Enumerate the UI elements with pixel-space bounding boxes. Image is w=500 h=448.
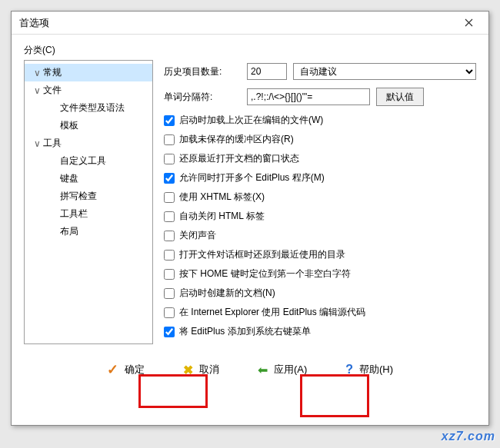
checkmark-icon: ✓ xyxy=(107,361,118,378)
checkbox-row: 启动时创建新的文档(N) xyxy=(164,287,476,300)
category-label: 分类(C) xyxy=(24,44,476,57)
option-label[interactable]: 允许同时打开多个 EditPlus 程序(M) xyxy=(179,171,325,184)
option-label[interactable]: 按下 HOME 键时定位到第一个非空白字符 xyxy=(179,267,351,280)
tree-item[interactable]: 文件类型及语法 xyxy=(25,99,152,117)
history-count-label: 历史项目数量: xyxy=(164,65,241,78)
tree-item-label: 拼写检查 xyxy=(60,190,97,203)
option-label[interactable]: 使用 XHTML 标签(X) xyxy=(179,191,265,204)
option-checkbox[interactable] xyxy=(164,173,175,184)
option-label[interactable]: 启动时创建新的文档(N) xyxy=(179,287,275,300)
checkbox-row: 关闭声音 xyxy=(164,229,476,242)
tree-item-label: 工具栏 xyxy=(60,207,88,221)
checkbox-row: 打开文件对话框时还原到最近使用的目录 xyxy=(164,248,476,261)
option-label[interactable]: 还原最近打开文档的窗口状态 xyxy=(179,152,299,165)
tree-item[interactable]: 布局 xyxy=(25,223,152,241)
tree-item-label: 文件类型及语法 xyxy=(60,101,125,114)
delimiter-label: 单词分隔符: xyxy=(164,91,241,104)
checkbox-row: 加载未保存的缓冲区内容(R) xyxy=(164,133,476,146)
delimiter-input[interactable] xyxy=(247,88,370,105)
tree-item[interactable]: ∨工具 xyxy=(25,134,152,152)
tree-item[interactable]: ∨常规 xyxy=(25,64,152,81)
checkbox-row: 自动关闭 HTML 标签 xyxy=(164,210,476,223)
help-button[interactable]: ? 帮助(H) xyxy=(336,360,402,380)
ok-label: 确定 xyxy=(125,363,145,377)
tree-item[interactable]: 键盘 xyxy=(25,170,152,187)
checkbox-row: 在 Internet Explorer 使用 EditPlus 编辑源代码 xyxy=(164,306,476,319)
option-checkbox[interactable] xyxy=(164,269,175,280)
apply-label: 应用(A) xyxy=(274,363,307,377)
tree-expander-icon: ∨ xyxy=(32,138,42,149)
tree-item-label: 键盘 xyxy=(60,172,78,185)
default-button[interactable]: 默认值 xyxy=(376,88,424,106)
titlebar: 首选项 xyxy=(12,12,488,35)
checkbox-list: 启动时加载上次正在编辑的文件(W)加载未保存的缓冲区内容(R)还原最近打开文档的… xyxy=(164,114,476,338)
tree-item[interactable]: 模板 xyxy=(25,117,152,134)
option-checkbox[interactable] xyxy=(164,192,175,203)
watermark: xz7.com xyxy=(442,430,495,443)
tree-item[interactable]: 自定义工具 xyxy=(25,152,152,170)
option-label[interactable]: 加载未保存的缓冲区内容(R) xyxy=(179,133,294,146)
option-checkbox[interactable] xyxy=(164,231,175,241)
option-checkbox[interactable] xyxy=(164,115,175,126)
tree-item-label: 模板 xyxy=(60,119,78,132)
tree-item[interactable]: 拼写检查 xyxy=(25,187,152,205)
option-label[interactable]: 启动时加载上次正在编辑的文件(W) xyxy=(179,114,323,127)
settings-panel: 历史项目数量: 自动建议 单词分隔符: 默认值 启动时加载上次正在编辑的文件(W… xyxy=(164,60,476,344)
option-checkbox[interactable] xyxy=(164,134,175,145)
checkbox-row: 将 EditPlus 添加到系统右键菜单 xyxy=(164,325,476,338)
question-icon: ? xyxy=(345,363,353,377)
option-checkbox[interactable] xyxy=(164,288,175,299)
option-checkbox[interactable] xyxy=(164,154,175,164)
option-checkbox[interactable] xyxy=(164,211,175,222)
button-bar: ✓ 确定 ✖ 取消 ⬅ 应用(A) ? 帮助(H) xyxy=(24,344,476,393)
option-label[interactable]: 将 EditPlus 添加到系统右键菜单 xyxy=(179,325,311,338)
x-icon: ✖ xyxy=(183,363,193,377)
checkbox-row: 启动时加载上次正在编辑的文件(W) xyxy=(164,114,476,127)
option-label[interactable]: 关闭声音 xyxy=(179,229,216,242)
cancel-label: 取消 xyxy=(199,363,219,377)
tree-item-label: 自定义工具 xyxy=(60,154,106,168)
tree-item[interactable]: 工具栏 xyxy=(25,205,152,223)
close-button[interactable] xyxy=(455,12,482,34)
preferences-dialog: 首选项 分类(C) ∨常规∨文件文件类型及语法模板∨工具自定义工具键盘拼写检查工… xyxy=(11,11,489,426)
tree-item-label: 布局 xyxy=(60,225,78,238)
tree-item[interactable]: ∨文件 xyxy=(25,81,152,99)
tree-item-label: 文件 xyxy=(43,84,62,97)
option-checkbox[interactable] xyxy=(164,250,175,261)
option-checkbox[interactable] xyxy=(164,327,175,337)
history-count-input[interactable] xyxy=(247,63,287,80)
arrow-left-icon: ⬅ xyxy=(258,363,268,377)
checkbox-row: 还原最近打开文档的窗口状态 xyxy=(164,152,476,165)
ok-button[interactable]: ✓ 确定 xyxy=(98,360,154,380)
apply-button[interactable]: ⬅ 应用(A) xyxy=(248,360,316,380)
option-checkbox[interactable] xyxy=(164,307,175,318)
option-label[interactable]: 在 Internet Explorer 使用 EditPlus 编辑源代码 xyxy=(179,306,365,319)
option-label[interactable]: 自动关闭 HTML 标签 xyxy=(179,210,265,223)
tree-item-label: 工具 xyxy=(43,137,62,150)
option-label[interactable]: 打开文件对话框时还原到最近使用的目录 xyxy=(179,248,345,261)
checkbox-row: 按下 HOME 键时定位到第一个非空白字符 xyxy=(164,267,476,280)
dialog-title: 首选项 xyxy=(19,16,49,30)
checkbox-row: 使用 XHTML 标签(X) xyxy=(164,191,476,204)
dialog-body: 分类(C) ∨常规∨文件文件类型及语法模板∨工具自定义工具键盘拼写检查工具栏布局… xyxy=(12,35,488,393)
category-tree[interactable]: ∨常规∨文件文件类型及语法模板∨工具自定义工具键盘拼写检查工具栏布局 xyxy=(24,60,153,344)
checkbox-row: 允许同时打开多个 EditPlus 程序(M) xyxy=(164,171,476,184)
suggest-select[interactable]: 自动建议 xyxy=(293,63,476,80)
tree-expander-icon: ∨ xyxy=(32,68,42,78)
tree-expander-icon: ∨ xyxy=(32,85,42,96)
help-label: 帮助(H) xyxy=(359,363,393,377)
close-icon xyxy=(465,18,473,27)
cancel-button[interactable]: ✖ 取消 xyxy=(174,360,228,380)
tree-item-label: 常规 xyxy=(43,66,62,79)
